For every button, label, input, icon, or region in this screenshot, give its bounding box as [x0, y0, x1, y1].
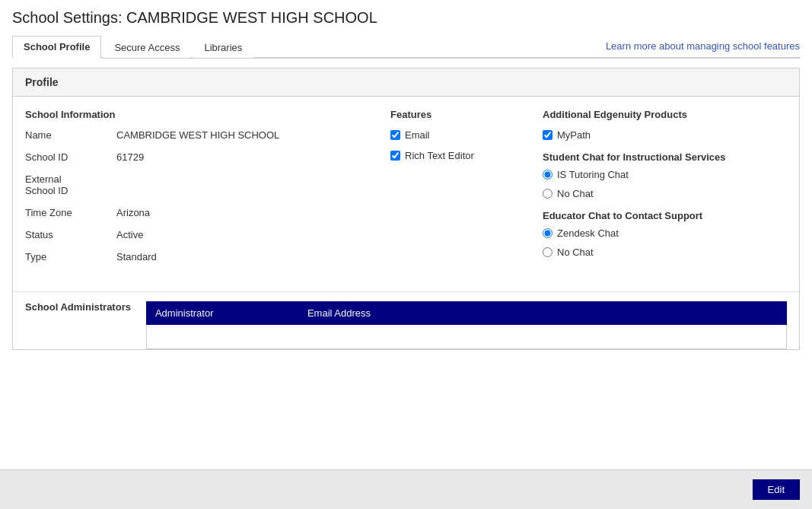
email-col-header: Email Address — [307, 307, 778, 319]
educator-chat-radio-zendesk[interactable] — [543, 228, 552, 238]
feature-rich-text: Rich Text Editor — [390, 150, 543, 161]
value-status: Active — [116, 229, 143, 240]
school-info-column: School Information Name CAMBRIDGE WEST H… — [25, 109, 390, 273]
admins-table-body — [146, 325, 787, 349]
info-row-name: Name CAMBRIDGE WEST HIGH SCHOOL — [25, 129, 390, 141]
school-info-title: School Information — [25, 109, 390, 120]
admins-table-wrapper: Administrator Email Address — [146, 301, 787, 349]
info-row-timezone: Time Zone Arizona — [25, 207, 390, 218]
page-wrapper: School Settings: CAMBRIDGE WEST HIGH SCH… — [0, 0, 812, 509]
student-chat-radio-nochat[interactable] — [543, 189, 552, 199]
student-chat-label-tutoring: IS Tutoring Chat — [557, 169, 629, 180]
student-chat-label-nochat: No Chat — [557, 188, 594, 199]
educator-chat-option-1: Zendesk Chat — [543, 227, 787, 239]
tab-school-profile[interactable]: School Profile — [12, 36, 101, 59]
info-row-school-id: School ID 61729 — [25, 151, 390, 163]
page-title: School Settings: CAMBRIDGE WEST HIGH SCH… — [12, 9, 800, 27]
value-type: Standard — [116, 251, 157, 262]
student-chat-radio-tutoring[interactable] — [543, 170, 552, 180]
label-status: Status — [25, 229, 116, 240]
edit-button[interactable]: Edit — [753, 479, 800, 500]
info-row-type: Type Standard — [25, 251, 390, 262]
email-label: Email — [405, 129, 430, 141]
admin-col-header: Administrator — [155, 307, 307, 319]
label-external-id: ExternalSchool ID — [25, 173, 116, 196]
educator-chat-option-2: No Chat — [543, 247, 787, 258]
value-name: CAMBRIDGE WEST HIGH SCHOOL — [116, 129, 279, 141]
feature-email: Email — [390, 129, 543, 141]
school-admins-section: School Administrators Administrator Emai… — [13, 291, 799, 349]
learn-more-link[interactable]: Learn more about managing school feature… — [606, 36, 800, 56]
info-row-external-id: ExternalSchool ID — [25, 173, 390, 196]
value-timezone: Arizona — [116, 207, 150, 218]
educator-chat-label-zendesk: Zendesk Chat — [557, 227, 619, 239]
features-title: Features — [390, 109, 543, 120]
student-chat-title: Student Chat for Instructional Services — [543, 151, 787, 163]
rich-text-label: Rich Text Editor — [405, 150, 474, 161]
educator-chat-label-nochat: No Chat — [557, 247, 594, 258]
mypath-label: MyPath — [557, 129, 591, 141]
mypath-item: MyPath — [543, 129, 787, 141]
school-admins-label: School Administrators — [25, 301, 131, 313]
label-name: Name — [25, 129, 116, 141]
tab-secure-access[interactable]: Secure Access — [103, 37, 191, 58]
rich-text-checkbox[interactable] — [390, 151, 400, 161]
student-chat-option-2: No Chat — [543, 188, 787, 199]
profile-box-body: School Information Name CAMBRIDGE WEST H… — [13, 97, 799, 285]
email-checkbox[interactable] — [390, 130, 400, 140]
page-header: School Settings: CAMBRIDGE WEST HIGH SCH… — [0, 0, 812, 59]
tab-libraries[interactable]: Libraries — [193, 37, 253, 58]
student-chat-option-1: IS Tutoring Chat — [543, 169, 787, 180]
features-column: Features Email Rich Text Editor — [390, 109, 543, 273]
label-timezone: Time Zone — [25, 207, 116, 218]
educator-chat-title: Educator Chat to Contact Support — [543, 210, 787, 221]
admins-table-header: Administrator Email Address — [146, 301, 787, 325]
footer-bar: Edit — [0, 469, 812, 509]
label-type: Type — [25, 251, 116, 262]
info-row-status: Status Active — [25, 229, 390, 240]
additional-title: Additional Edgenuity Products — [543, 109, 787, 120]
educator-chat-radio-nochat[interactable] — [543, 247, 552, 257]
content-area: Profile School Information Name CAMBRIDG… — [0, 59, 812, 396]
profile-box-header: Profile — [13, 68, 799, 97]
additional-column: Additional Edgenuity Products MyPath Stu… — [543, 109, 787, 273]
value-school-id: 61729 — [116, 151, 144, 163]
profile-box: Profile School Information Name CAMBRIDG… — [12, 68, 800, 350]
tabs-bar: School Profile Secure Access Libraries L… — [12, 34, 800, 59]
label-school-id: School ID — [25, 151, 116, 163]
mypath-checkbox[interactable] — [543, 130, 552, 140]
